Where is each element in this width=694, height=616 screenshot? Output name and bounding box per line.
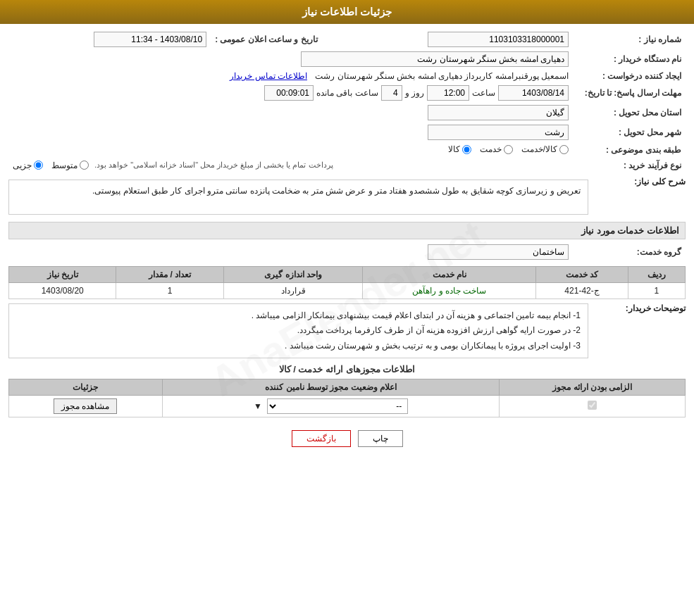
services-table: ردیف کد خدمت نام خدمت واحد اندازه گیری ت… [8,266,686,299]
table-row: 1 ج-42-421 ساخت جاده و راهآهن قرارداد 1 … [9,282,686,298]
cell-quantity: 1 [116,282,223,298]
city-input[interactable] [428,125,569,140]
need-number-label: شماره نیاز : [573,30,686,49]
service-group-value [8,242,573,262]
description-section: شرح کلی نیاز: تعریض و زیرسازی کوچه شقایق… [8,177,686,218]
city-value [8,122,573,142]
category-radio-kala[interactable]: کالا [448,144,471,154]
province-label: استان محل تحویل : [573,103,686,122]
process-radio-mutavasset[interactable]: متوسط [51,161,89,170]
permit-details-cell: مشاهده مجوز [9,396,163,417]
buyer-dept-input[interactable] [301,51,569,67]
col-service-name: نام خدمت [363,266,536,282]
deadline-time-input[interactable] [427,85,469,101]
category-radio-kala-khidmat[interactable]: کالا/خدمت [521,144,569,154]
permit-col-required: الزامی بودن ارائه مجوز [500,379,686,396]
cell-service-code: ج-42-421 [536,282,628,298]
page-wrapper: AnaElender.net جزئیات اطلاعات نیاز شماره… [0,0,694,616]
deadline-date-input[interactable] [498,85,569,101]
bottom-buttons: چاپ بازگشت [8,422,686,453]
permit-required-checkbox[interactable] [588,401,597,410]
service-group-label: گروه خدمت: [573,242,686,262]
buyer-dept-label: نام دستگاه خریدار : [573,49,686,69]
description-title: شرح کلی نیاز: [594,177,686,187]
permit-col-status: اعلام وضعیت مجوز توسط نامین کننده [162,379,500,396]
city-label: شهر محل تحویل : [573,122,686,142]
description-content: تعریض و زیرسازی کوچه شقایق به طول ششصدو … [8,180,588,215]
contact-link[interactable]: اطلاعات تماس خریدار [230,71,307,81]
permits-section-title: اطلاعات مجوزهای ارائه خدمت / کالا [8,364,686,375]
permits-table: الزامی بودن ارائه مجوز اعلام وضعیت مجوز … [8,379,686,417]
process-label: نوع فرآیند خرید : [573,158,686,172]
cell-need-date: 1403/08/20 [9,282,116,298]
announce-date-input[interactable] [94,32,206,47]
announce-date-value [8,30,211,49]
service-group-table: گروه خدمت: [8,242,686,262]
permit-row: -- ▼ مشاهده مجوز [9,396,686,417]
need-number-input[interactable] [428,32,569,47]
requester-value: اسمعیل پورقنبرامشه کاربرداز دهیاری امشه … [8,69,573,83]
deadline-days-label: روز و [405,88,424,98]
province-input[interactable] [428,105,569,120]
announce-date-label: تاریخ و ساعت اعلان عمومی : [211,30,323,49]
cell-unit: قرارداد [223,282,363,298]
permit-col-details: جزئیات [9,379,163,396]
requester-text: اسمعیل پورقنبرامشه کاربرداز دهیاری امشه … [315,71,569,81]
province-value [8,103,573,122]
main-content: شماره نیاز : تاریخ و ساعت اعلان عمومی : … [0,24,694,458]
need-number-value [323,30,573,49]
category-radio-khidmat[interactable]: خدمت [480,144,513,154]
permit-status-cell: -- ▼ [162,396,500,417]
category-radios: کالا/خدمت خدمت کالا [8,142,573,158]
category-label: طبقه بندی موضوعی : [573,142,686,158]
permit-status-arrow: ▼ [254,401,262,411]
requester-label: ایجاد کننده درخواست : [573,69,686,83]
col-unit: واحد اندازه گیری [223,266,363,282]
col-service-code: کد خدمت [536,266,628,282]
main-info-table: شماره نیاز : تاریخ و ساعت اعلان عمومی : … [8,30,686,172]
col-need-date: تاریخ نیاز [9,266,116,282]
deadline-time-label: ساعت [472,88,495,98]
page-title: جزئیات اطلاعات نیاز [302,6,392,18]
service-group-input[interactable] [428,244,569,260]
buyer-dept-value [8,49,573,69]
deadline-remaining-input[interactable] [264,85,314,101]
buyer-notes-section: توضیحات خریدار: 1- انجام بیمه تامین اجتم… [8,303,686,359]
back-button[interactable]: بازگشت [292,430,351,447]
process-row: متوسط جزیی پرداخت تمام یا بخشی از مبلغ خ… [8,158,573,172]
cell-row-num: 1 [628,282,685,298]
buyer-notes-label: توضیحات خریدار: [594,303,686,313]
process-radio-jozii[interactable]: جزیی [13,161,43,170]
permit-required-cell [500,396,686,417]
deadline-label: مهلت ارسال پاسخ: تا تاریخ: [573,83,686,103]
services-title: اطلاعات خدمات مورد نیاز [8,222,686,239]
page-header: جزئیات اطلاعات نیاز [0,0,694,24]
permit-status-select[interactable]: -- [267,398,408,414]
view-permit-button[interactable]: مشاهده مجوز [54,398,117,414]
process-note: پرداخت تمام یا بخشی از مبلغ خریداز محل "… [94,161,333,170]
buyer-notes-content: 1- انجام بیمه تامین اجتماعی و هزینه آن د… [8,303,588,359]
deadline-remaining-label: ساعت باقی مانده [316,88,378,98]
col-quantity: تعداد / مقدار [116,266,223,282]
print-button[interactable]: چاپ [358,430,403,447]
col-row-num: ردیف [628,266,685,282]
cell-service-name: ساخت جاده و راهآهن [363,282,536,298]
deadline-days-input[interactable] [381,85,402,101]
deadline-row: ساعت روز و ساعت باقی مانده [8,83,573,103]
